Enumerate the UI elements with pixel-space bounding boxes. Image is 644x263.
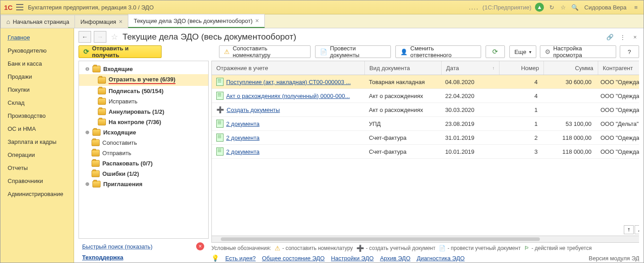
tree-sign-label: Подписать (50/154) — [109, 88, 163, 94]
content-area: ← → ☆ Текущие дела ЭДО (весь документооб… — [74, 28, 644, 263]
tree-control[interactable]: На контроле (7/36) — [79, 117, 208, 127]
tree-invites[interactable]: ⊕ Приглашения — [79, 179, 208, 189]
sidebar-item-purchases[interactable]: Покупки — [0, 83, 74, 96]
history-icon[interactable]: ↻ — [548, 3, 556, 11]
tree-outgoing[interactable]: ⊕ Исходящие — [79, 127, 208, 138]
clear-filter-icon[interactable]: × — [196, 242, 204, 250]
tree-sign[interactable]: Подписать (50/154) — [79, 86, 208, 96]
sidebar-item-production[interactable]: Производство — [0, 109, 74, 122]
grid-up-button[interactable]: ▲ — [635, 225, 639, 234]
doc-link[interactable]: 2 документа — [226, 148, 259, 155]
sidebar-item-assets[interactable]: ОС и НМА — [0, 122, 74, 135]
col-date[interactable]: Дата↑ — [442, 61, 499, 75]
send-receive-button[interactable]: ⟳ Отправить и получить — [79, 45, 162, 58]
link-icon[interactable]: 🔗 — [606, 33, 614, 41]
grid-row[interactable]: 2 документаСчет-фактура31.01.20192118 00… — [212, 131, 639, 145]
sidebar-item-reports[interactable]: Отчеты — [0, 161, 74, 174]
search-icon[interactable]: 🔍 — [571, 3, 579, 11]
doc-link[interactable]: 2 документа — [226, 134, 259, 141]
tree-errors[interactable]: Ошибки (1/2) — [79, 169, 208, 179]
document-icon — [216, 134, 223, 142]
quick-search-link[interactable]: Быстрый поиск (показать) — [82, 243, 153, 250]
close-page-icon[interactable]: × — [631, 33, 639, 41]
sidebar-item-sales[interactable]: Продажи — [0, 70, 74, 83]
back-button[interactable]: ← — [79, 31, 91, 43]
doc-link[interactable]: 2 документа — [226, 120, 259, 127]
overflow-dots[interactable]: .... — [469, 4, 479, 11]
col-number[interactable]: Номер — [499, 61, 544, 75]
grid-row[interactable]: 2 документаСчет-фактура10.01.20193118 00… — [212, 145, 639, 159]
sidebar-item-operations[interactable]: Операции — [0, 148, 74, 161]
tab-edo-current[interactable]: Текущие дела ЭДО (весь документооборот) … — [128, 14, 265, 28]
post-documents-button[interactable]: 📄 Провести документы — [315, 45, 391, 58]
breadcrumb: Бухгалтерия предприятия, редакция 3.0 / … — [28, 4, 469, 11]
notification-bell-icon[interactable]: ▲ — [535, 3, 544, 12]
favorite-star-icon[interactable]: ☆ — [559, 3, 567, 11]
cell-type: Товарная накладная — [364, 79, 441, 85]
change-responsible-button[interactable]: 👤 Сменить ответственного — [395, 45, 481, 58]
more-vertical-icon[interactable]: ⋮ — [618, 33, 626, 41]
main-sidebar: Главное Руководителю Банк и касса Продаж… — [0, 28, 74, 263]
refresh-button[interactable]: ⟳ — [486, 45, 505, 58]
grid-row[interactable]: Поступление (акт, накладная) СТ00-000003… — [212, 75, 639, 89]
tree-unpack[interactable]: Распаковать (0/7) — [79, 158, 208, 169]
menu-icon[interactable]: ≡ — [632, 3, 640, 11]
compare-button[interactable]: ⚠ Сопоставить номенклатуру — [219, 45, 311, 58]
favorite-toggle-icon[interactable]: ☆ — [109, 31, 120, 42]
expand-icon[interactable]: ⊕ — [84, 129, 90, 135]
edo-state-link[interactable]: Общее состояние ЭДО — [262, 255, 325, 262]
help-label: ? — [628, 49, 631, 55]
doc-link[interactable]: Создать документы — [227, 107, 280, 113]
edo-archive-link[interactable]: Архив ЭДО — [380, 255, 411, 262]
tab-information[interactable]: Информация × — [74, 15, 128, 28]
collapse-icon[interactable]: ⊖ — [84, 66, 90, 72]
grid-row[interactable]: 2 документаУПД23.08.2019153 100,00ООО "Д… — [212, 117, 639, 131]
edo-settings-link[interactable]: Настройки ЭДО — [331, 255, 373, 262]
edo-diag-link[interactable]: Диагностика ЭДО — [417, 255, 465, 262]
cell-type: Счет-фактура — [364, 148, 441, 155]
more-button[interactable]: Еще ▾ — [509, 45, 536, 58]
doc-link[interactable]: Поступление (акт, накладная) СТ00-000003… — [226, 79, 351, 85]
tree-reflect[interactable]: Отразить в учете (6/39) — [79, 74, 208, 86]
col-reflection[interactable]: Отражение в учете — [212, 61, 365, 75]
close-icon[interactable]: × — [119, 18, 123, 25]
close-icon[interactable]: × — [255, 17, 259, 24]
help-button[interactable]: ? — [620, 45, 639, 58]
idea-link[interactable]: Есть идея? — [225, 255, 256, 262]
sidebar-item-admin[interactable]: Администрирование — [0, 187, 74, 201]
folder-icon — [98, 88, 106, 94]
sidebar-item-manager[interactable]: Руководителю — [0, 44, 74, 57]
view-settings-button[interactable]: ⚙ Настройка просмотра — [540, 45, 616, 58]
tree-match[interactable]: Сопоставить — [79, 138, 208, 148]
sidebar-item-bank[interactable]: Банк и касса — [0, 57, 74, 70]
grid-row[interactable]: ➕Создать документыАкт о расхождениях30.0… — [212, 103, 639, 117]
forward-button[interactable]: → — [94, 31, 106, 43]
tab-home[interactable]: ⌂ Начальная страница — [0, 15, 75, 28]
tree-incoming[interactable]: ⊖ Входящие — [79, 64, 208, 74]
tree-fix[interactable]: Исправить — [79, 96, 208, 107]
tree-cancel[interactable]: Аннулировать (1/2) — [79, 107, 208, 117]
sidebar-item-catalogs[interactable]: Справочники — [0, 174, 74, 187]
col-doc-type[interactable]: Вид документа — [365, 61, 442, 75]
page-title: Текущие дела ЭДО (весь документооборот) — [123, 32, 603, 42]
grid-first-button[interactable]: ⤒ — [624, 225, 634, 234]
user-name[interactable]: Сидорова Вера — [584, 4, 626, 11]
tree-send[interactable]: Отправить — [79, 148, 208, 158]
col-counterparty[interactable]: Контрагент — [598, 61, 639, 75]
horizontal-scrollbar[interactable] — [212, 236, 639, 242]
hamburger-icon[interactable] — [16, 4, 23, 10]
sidebar-item-hr[interactable]: Зарплата и кадры — [0, 135, 74, 148]
tree-reflect-label: Отразить в учете (6/39) — [109, 76, 175, 84]
flag-icon: 🏳 — [524, 245, 530, 251]
grid-row[interactable]: Акт о расхождениях (полученный) 0000-000… — [212, 89, 639, 103]
sidebar-item-warehouse[interactable]: Склад — [0, 96, 74, 109]
folder-icon — [92, 150, 100, 156]
doc-link[interactable]: Акт о расхождениях (полученный) 0000-000… — [226, 93, 350, 99]
support-link[interactable]: Техподдержка — [82, 254, 123, 261]
folder-icon — [92, 160, 100, 167]
expand-icon[interactable]: ⊕ — [84, 181, 90, 187]
cell-sum: 118 000,00 — [542, 134, 596, 141]
module-version: Версия модуля ЭДО: 1.7.2.44 — [589, 255, 639, 262]
sidebar-item-main[interactable]: Главное — [0, 31, 74, 44]
col-sum[interactable]: Сумма — [544, 61, 598, 75]
